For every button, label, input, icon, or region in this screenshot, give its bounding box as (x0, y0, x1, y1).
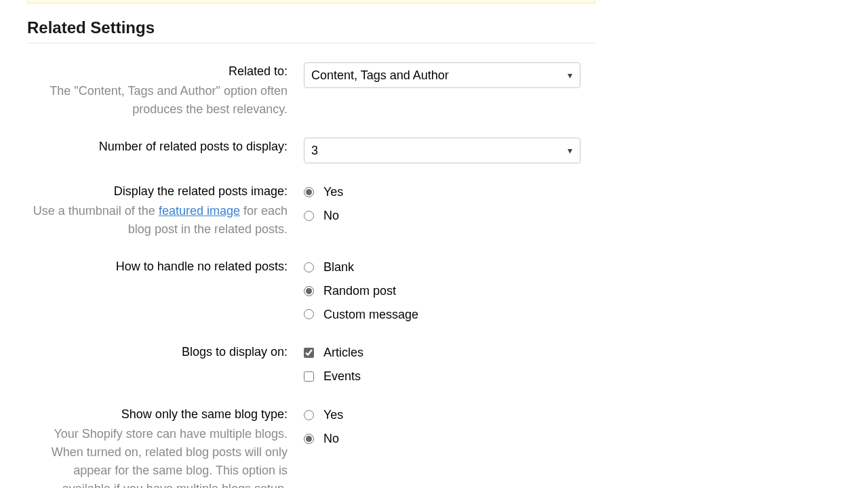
related-to-select[interactable]: Content, Tags and Author (304, 62, 580, 88)
field-same-blog: Show only the same blog type: Your Shopi… (27, 403, 595, 488)
label-col: Display the related posts image: Use a t… (27, 180, 304, 239)
no-related-custom[interactable]: Custom message (304, 305, 595, 325)
num-posts-label: Number of related posts to display: (27, 138, 288, 156)
field-blogs-display: Blogs to display on: Articles Events (27, 340, 595, 386)
same-blog-yes[interactable]: Yes (304, 405, 595, 425)
display-image-label: Display the related posts image: (27, 182, 288, 201)
related-to-label: Related to: (27, 62, 288, 81)
radio-input[interactable] (304, 187, 314, 197)
notice-banner-edge (27, 0, 595, 3)
field-num-posts: Number of related posts to display: 3 (27, 135, 595, 163)
field-related-to: Related to: The "Content, Tags and Autho… (27, 60, 595, 119)
section-title: Related Settings (27, 18, 595, 43)
label-col: Blogs to display on: (27, 340, 304, 361)
radio-input[interactable] (304, 286, 314, 296)
no-related-label: How to handle no related posts: (27, 258, 288, 276)
same-blog-label: Show only the same blog type: (27, 405, 288, 424)
checkbox-label: Events (323, 367, 361, 386)
same-blog-no[interactable]: No (304, 429, 595, 449)
checkbox-input[interactable] (304, 371, 314, 382)
hint-text-pre: Use a thumbnail of the (33, 204, 159, 218)
radio-label: Blank (323, 258, 354, 277)
no-related-random[interactable]: Random post (304, 281, 595, 301)
radio-input[interactable] (304, 434, 314, 444)
num-posts-select-wrap[interactable]: 3 (304, 138, 580, 163)
radio-input[interactable] (304, 211, 314, 221)
related-to-hint: The "Content, Tags and Author" option of… (27, 82, 288, 119)
same-blog-hint: Your Shopify store can have multiple blo… (27, 425, 288, 488)
radio-label: No (323, 429, 339, 449)
checkbox-label: Articles (323, 343, 363, 363)
radio-label: Custom message (323, 305, 418, 325)
blogs-display-events[interactable]: Events (304, 367, 595, 386)
radio-input[interactable] (304, 262, 314, 272)
field-display-image: Display the related posts image: Use a t… (27, 180, 595, 239)
label-col: Number of related posts to display: (27, 135, 304, 156)
checkbox-input[interactable] (304, 348, 314, 358)
radio-label: Yes (323, 405, 343, 425)
no-related-blank[interactable]: Blank (304, 258, 595, 277)
num-posts-select[interactable]: 3 (304, 138, 580, 163)
label-col: Show only the same blog type: Your Shopi… (27, 403, 304, 488)
radio-input[interactable] (304, 309, 314, 319)
related-to-select-wrap[interactable]: Content, Tags and Author (304, 62, 580, 88)
label-col: Related to: The "Content, Tags and Autho… (27, 60, 304, 119)
radio-label: Random post (323, 281, 396, 301)
blogs-display-articles[interactable]: Articles (304, 343, 595, 363)
radio-label: No (323, 206, 339, 226)
display-image-no[interactable]: No (304, 206, 595, 226)
radio-input[interactable] (304, 410, 314, 420)
blogs-display-label: Blogs to display on: (27, 343, 288, 361)
field-no-related: How to handle no related posts: Blank Ra… (27, 255, 595, 324)
label-col: How to handle no related posts: (27, 255, 304, 276)
radio-label: Yes (323, 182, 343, 202)
display-image-hint: Use a thumbnail of the featured image fo… (27, 202, 288, 239)
display-image-yes[interactable]: Yes (304, 182, 595, 202)
featured-image-link[interactable]: featured image (159, 204, 240, 218)
